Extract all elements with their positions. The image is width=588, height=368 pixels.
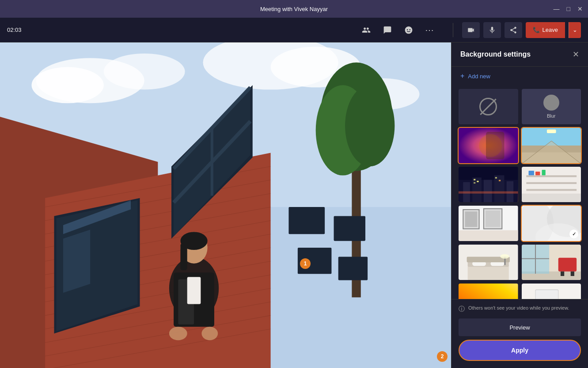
more-icon[interactable]: ⋯: [423, 23, 437, 37]
bg-orange-gradient[interactable]: [459, 284, 518, 299]
leave-dropdown-button[interactable]: ⌄: [569, 22, 581, 38]
toolbar: 02:03 ⋯: [0, 18, 588, 42]
svg-rect-37: [334, 216, 365, 241]
svg-point-48: [201, 327, 218, 341]
camera-button[interactable]: [462, 22, 480, 38]
svg-rect-68: [477, 181, 478, 182]
svg-point-47: [169, 327, 187, 341]
toolbar-divider: [453, 23, 453, 37]
apply-button[interactable]: Apply: [459, 340, 581, 361]
blur-avatar: [543, 95, 559, 111]
bg-gradient-art[interactable]: [459, 128, 518, 163]
svg-rect-51: [486, 132, 504, 159]
info-icon: ⓘ: [459, 305, 465, 313]
bg-partial[interactable]: [522, 284, 581, 299]
svg-point-3: [31, 67, 103, 104]
panel-bottom: ⓘ Others won't see your video while you …: [451, 299, 588, 368]
toolbar-icons: ⋯: [359, 23, 437, 37]
svg-point-97: [500, 254, 509, 258]
bg-hallway[interactable]: [522, 128, 581, 163]
badge-2: 2: [437, 351, 448, 362]
svg-rect-69: [495, 177, 497, 178]
side-panel: Background settings ✕ + Add new Blur: [451, 42, 588, 368]
reactions-icon[interactable]: [402, 23, 416, 37]
svg-rect-43: [180, 243, 187, 270]
share-button[interactable]: [505, 22, 522, 38]
svg-rect-67: [474, 182, 475, 184]
svg-point-11: [345, 85, 395, 166]
svg-rect-70: [499, 180, 501, 181]
svg-rect-46: [187, 277, 201, 304]
svg-rect-79: [542, 170, 545, 175]
svg-marker-30: [63, 230, 90, 293]
bg-city-night[interactable]: [459, 167, 518, 202]
bg-abstract-white[interactable]: [522, 206, 581, 241]
svg-rect-58: [546, 130, 556, 133]
app-container: 02:03 ⋯: [0, 18, 588, 368]
svg-rect-106: [459, 284, 518, 299]
content-area: 1 Background settings ✕ + Add new: [0, 42, 588, 368]
close-icon[interactable]: ✕: [577, 5, 583, 12]
panel-title: Background settings: [460, 50, 531, 58]
svg-rect-63: [484, 180, 492, 202]
svg-rect-100: [558, 258, 576, 272]
window-controls: — □ ✕: [554, 5, 583, 12]
svg-rect-78: [535, 172, 540, 175]
svg-point-4: [104, 54, 185, 90]
svg-rect-75: [526, 182, 577, 184]
svg-rect-66: [474, 179, 475, 180]
svg-rect-102: [570, 272, 574, 276]
preview-button[interactable]: Preview: [459, 318, 581, 336]
minimize-icon[interactable]: —: [554, 5, 560, 12]
panel-header: Background settings ✕: [451, 42, 588, 67]
bg-room-frames[interactable]: [459, 206, 518, 241]
bg-office-white[interactable]: [522, 167, 581, 202]
bg-none[interactable]: [459, 89, 518, 124]
none-icon: [479, 98, 497, 115]
svg-rect-81: [459, 230, 518, 241]
add-new-button[interactable]: + Add new: [451, 67, 588, 85]
people-icon[interactable]: [359, 23, 373, 37]
svg-rect-74: [526, 175, 577, 177]
svg-rect-83: [465, 211, 477, 227]
info-row: ⓘ Others won't see your video while you …: [459, 305, 581, 313]
bg-modern-office[interactable]: [522, 245, 581, 280]
svg-rect-101: [560, 272, 564, 276]
blur-label: Blur: [547, 113, 556, 119]
svg-rect-109: [535, 290, 558, 299]
svg-rect-85: [486, 211, 500, 227]
microphone-button[interactable]: [483, 22, 501, 38]
svg-rect-62: [472, 177, 482, 202]
badge-1: 1: [300, 258, 311, 269]
video-area: 1: [0, 42, 451, 368]
svg-rect-76: [526, 189, 577, 191]
background-grid: Blur: [451, 85, 588, 299]
toolbar-actions: 📞 Leave ⌄: [462, 22, 581, 38]
svg-rect-91: [468, 264, 509, 280]
info-text: Others won't see your video while you pr…: [468, 305, 569, 311]
svg-rect-36: [288, 207, 325, 234]
add-new-label: Add new: [468, 73, 490, 80]
bg-blur[interactable]: Blur: [522, 89, 581, 124]
chat-icon[interactable]: [380, 23, 395, 37]
svg-rect-64: [494, 175, 505, 202]
add-new-icon: +: [460, 72, 464, 80]
call-timer: 02:03: [7, 27, 22, 33]
leave-button[interactable]: 📞 Leave: [526, 22, 565, 38]
maximize-icon[interactable]: □: [567, 5, 570, 12]
window-title: Meeting with Vivek Nayyar: [260, 6, 328, 12]
svg-rect-71: [459, 192, 518, 194]
svg-rect-39: [338, 257, 368, 280]
selected-check-icon: [569, 230, 578, 238]
svg-rect-77: [528, 171, 534, 175]
bg-bedroom[interactable]: [459, 245, 518, 280]
svg-rect-73: [522, 194, 581, 202]
title-bar: Meeting with Vivek Nayyar — □ ✕: [0, 0, 588, 18]
panel-close-button[interactable]: ✕: [573, 50, 579, 59]
